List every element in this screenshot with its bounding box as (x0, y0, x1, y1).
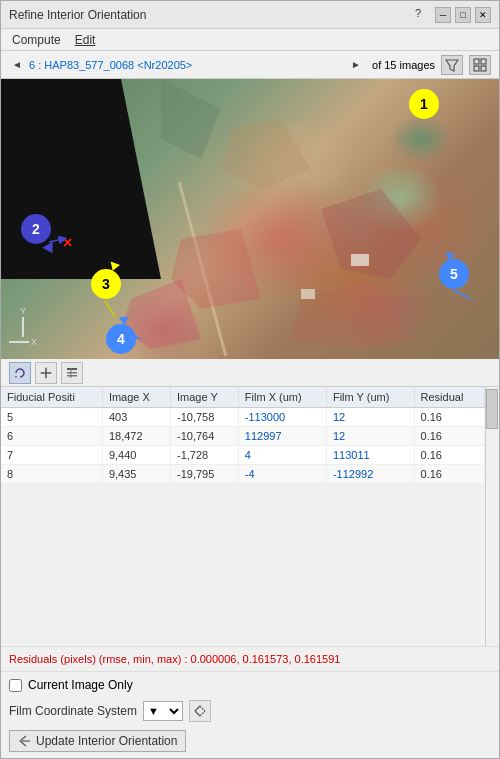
svg-line-33 (20, 741, 26, 746)
current-image-label: Current Image Only (28, 678, 133, 692)
toolbar-strip (1, 359, 499, 387)
close-button[interactable]: ✕ (475, 7, 491, 23)
svg-rect-24 (67, 368, 77, 370)
cell-residual: 0.16 (414, 446, 484, 465)
svg-marker-22 (45, 367, 47, 369)
cell-film-x: 112997 (238, 427, 326, 446)
cell-fiducial: 7 (1, 446, 102, 465)
cell-fiducial: 8 (1, 465, 102, 484)
callout-2: 2 (21, 214, 51, 244)
cell-image-y: -10,764 (170, 427, 238, 446)
cell-film-x: -113000 (238, 408, 326, 427)
cell-image-x: 9,435 (102, 465, 170, 484)
maximize-button[interactable]: □ (455, 7, 471, 23)
film-coord-row: Film Coordinate System ▼ (9, 700, 491, 722)
fiducial-marker-red: × (63, 234, 72, 252)
prev-image-button[interactable]: ◄ (9, 57, 25, 73)
current-image-checkbox[interactable] (9, 679, 22, 692)
svg-line-32 (20, 736, 26, 741)
cell-image-y: -1,728 (170, 446, 238, 465)
col-image-y: Image Y (170, 387, 238, 408)
scrollbar-thumb[interactable] (486, 389, 498, 429)
film-coord-icon-button[interactable] (189, 700, 211, 722)
nav-bar: ◄ 6 : HAP83_577_0068 <Nr20205> ► of 15 i… (1, 51, 499, 79)
svg-line-31 (200, 711, 205, 716)
menu-edit[interactable]: Edit (72, 32, 99, 48)
svg-marker-17 (15, 376, 17, 378)
cell-film-x: 4 (238, 446, 326, 465)
callout-3: 3 (91, 269, 121, 299)
svg-line-28 (195, 706, 200, 711)
next-image-button[interactable]: ► (348, 57, 364, 73)
cell-image-y: -10,758 (170, 408, 238, 427)
cell-residual: 0.16 (414, 427, 484, 446)
svg-rect-3 (474, 66, 479, 71)
film-coord-label: Film Coordinate System (9, 704, 137, 718)
col-film-y: Film Y (um) (326, 387, 414, 408)
svg-rect-4 (481, 66, 486, 71)
image-count: of 15 images (372, 59, 435, 71)
svg-marker-0 (446, 60, 458, 71)
callout-1: 1 (409, 89, 439, 119)
bottom-section: Current Image Only Film Coordinate Syste… (1, 671, 499, 758)
window-title: Refine Interior Orientation (9, 8, 146, 22)
table-section: Fiducial Positi Image X Image Y Film X (… (1, 387, 499, 646)
aerial-image (1, 79, 499, 359)
update-btn-label: Update Interior Orientation (36, 734, 177, 748)
col-fiducial: Fiducial Positi (1, 387, 102, 408)
menu-bar: Compute Edit (1, 29, 499, 51)
cell-residual: 0.16 (414, 465, 484, 484)
main-window: Refine Interior Orientation ? ─ □ ✕ Comp… (0, 0, 500, 759)
minimize-button[interactable]: ─ (435, 7, 451, 23)
x-axis-label: X (31, 337, 37, 347)
residuals-text: Residuals (pixels) (rmse, min, max) : 0.… (9, 653, 340, 665)
svg-line-29 (195, 711, 200, 716)
scrollbar[interactable] (485, 387, 499, 646)
svg-rect-25 (67, 372, 77, 374)
grid-icon[interactable] (469, 55, 491, 75)
table-row: 7 9,440 -1,728 4 113011 0.16 (1, 446, 485, 465)
cell-image-x: 9,440 (102, 446, 170, 465)
menu-compute[interactable]: Compute (9, 32, 64, 48)
callout-5-tail (445, 253, 455, 261)
cell-image-x: 403 (102, 408, 170, 427)
refresh-button[interactable] (9, 362, 31, 384)
cell-film-y: -112992 (326, 465, 414, 484)
table-row: 6 18,472 -10,764 112997 12 0.16 (1, 427, 485, 446)
cell-image-y: -19,795 (170, 465, 238, 484)
col-residual: Residual (414, 387, 484, 408)
cell-fiducial: 6 (1, 427, 102, 446)
cell-fiducial: 5 (1, 408, 102, 427)
svg-rect-1 (474, 59, 479, 64)
move-button[interactable] (35, 362, 57, 384)
data-table-container[interactable]: Fiducial Positi Image X Image Y Film X (… (1, 387, 485, 646)
cell-image-x: 18,472 (102, 427, 170, 446)
y-axis-label: Y (20, 306, 26, 316)
update-orientation-button[interactable]: Update Interior Orientation (9, 730, 186, 752)
image-display[interactable]: 1 2 × 3 4 5 Y (1, 79, 499, 359)
filter-icon[interactable] (441, 55, 463, 75)
help-button[interactable]: ? (415, 7, 431, 23)
svg-line-30 (200, 706, 205, 711)
callout-4-tail (119, 317, 129, 325)
film-coord-select[interactable]: ▼ (143, 701, 183, 721)
image-info: 6 : HAP83_577_0068 <Nr20205> (29, 59, 344, 71)
table-body: 5 403 -10,758 -113000 12 0.16 6 18,472 -… (1, 408, 485, 484)
col-film-x: Film X (um) (238, 387, 326, 408)
col-image-x: Image X (102, 387, 170, 408)
svg-rect-2 (481, 59, 486, 64)
title-bar: Refine Interior Orientation ? ─ □ ✕ (1, 1, 499, 29)
title-bar-controls: ? ─ □ ✕ (415, 7, 491, 23)
table-header-row: Fiducial Positi Image X Image Y Film X (… (1, 387, 485, 408)
update-icon (18, 734, 32, 748)
table-view-button[interactable] (61, 362, 83, 384)
svg-marker-23 (45, 377, 47, 379)
fiducial-table: Fiducial Positi Image X Image Y Film X (… (1, 387, 485, 484)
checkbox-row: Current Image Only (9, 678, 491, 692)
callout-4: 4 (106, 324, 136, 354)
axis-indicator: Y X (9, 306, 37, 347)
residuals-bar: Residuals (pixels) (rmse, min, max) : 0.… (1, 646, 499, 671)
cell-residual: 0.16 (414, 408, 484, 427)
svg-rect-26 (67, 375, 77, 377)
image-name: 6 : HAP83_577_0068 <Nr20205> (29, 59, 192, 71)
